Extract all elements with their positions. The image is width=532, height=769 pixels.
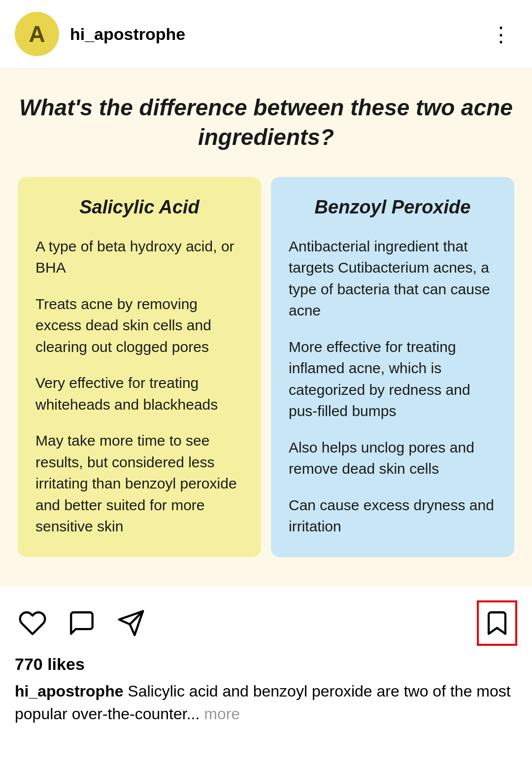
comment-button[interactable] [64,605,100,641]
salicylic-point-4: May take more time to see results, but c… [35,430,243,537]
benzoyl-peroxide-column: Benzoyl Peroxide Antibacterial ingredien… [271,177,514,557]
post-caption: hi_apostrophe Salicylic acid and benzoyl… [15,680,517,726]
main-title: What's the difference between these two … [18,93,514,152]
benzoyl-point-4: Can cause excess dryness and irritation [289,494,497,537]
comparison-grid: Salicylic Acid A type of beta hydroxy ac… [18,177,514,557]
post-image-content: What's the difference between these two … [0,69,532,587]
likes-caption-section: 770 likes hi_apostrophe Salicylic acid a… [0,655,532,734]
benzoyl-point-3: Also helps unclog pores and remove dead … [289,437,497,480]
more-button[interactable]: more [204,705,240,723]
caption-username[interactable]: hi_apostrophe [15,682,123,700]
benzoyl-peroxide-title: Benzoyl Peroxide [289,197,497,218]
avatar[interactable]: A [15,12,59,56]
avatar-letter: A [29,21,45,47]
salicylic-point-2: Treats acne by removing excess dead skin… [35,293,243,358]
salicylic-acid-title: Salicylic Acid [35,197,243,218]
benzoyl-point-2: More effective for treating inflamed acn… [289,336,497,422]
post-header: A hi_apostrophe ⋮ [0,0,532,69]
salicylic-point-1: A type of beta hydroxy acid, or BHA [35,236,243,279]
username[interactable]: hi_apostrophe [70,25,486,44]
salicylic-point-3: Very effective for treating whiteheads a… [35,372,243,415]
share-button[interactable] [113,605,149,641]
bookmark-button[interactable] [477,600,517,646]
action-bar [0,587,532,655]
benzoyl-point-1: Antibacterial ingredient that targets Cu… [289,236,497,321]
more-options-button[interactable]: ⋮ [486,24,517,44]
like-button[interactable] [15,605,50,641]
likes-count[interactable]: 770 likes [15,655,517,674]
salicylic-acid-column: Salicylic Acid A type of beta hydroxy ac… [18,177,261,557]
